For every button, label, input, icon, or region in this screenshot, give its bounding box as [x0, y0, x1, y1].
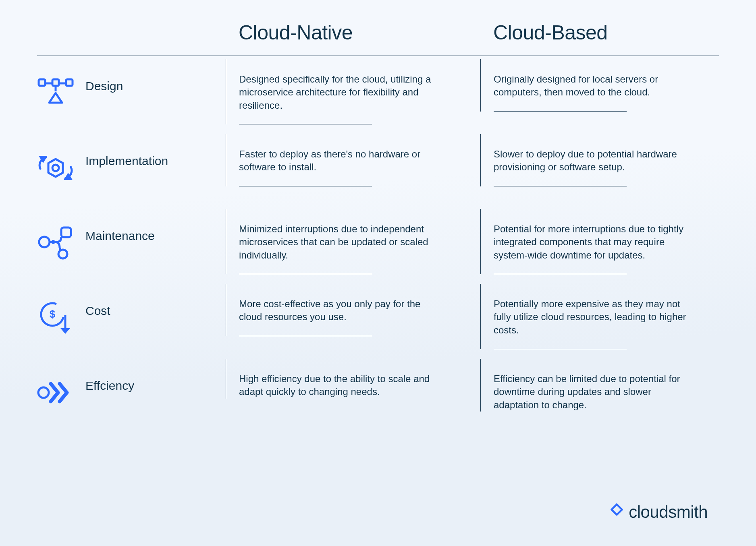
cell-based: Potentially more expensive as they may n… — [480, 284, 719, 349]
brand-text: cloudsmith — [629, 503, 708, 522]
brand-logo: cloudsmith — [605, 503, 708, 522]
cost-icon — [37, 299, 74, 336]
cell-text: More cost-effective as you only pay for … — [239, 298, 432, 324]
cell-divider — [239, 336, 372, 336]
cell-divider — [494, 111, 627, 112]
row-label: Cost — [85, 299, 110, 318]
table-row: Effciency High efficiency due to the abi… — [37, 359, 719, 434]
row-heading: Implementation — [37, 134, 210, 186]
table-row: Design Designed specifically for the clo… — [37, 59, 719, 134]
cell-divider — [239, 124, 372, 124]
row-heading: Design — [37, 59, 210, 112]
cell-based: Originally designed for local servers or… — [480, 59, 719, 112]
cell-divider — [239, 186, 372, 186]
table-header: Cloud-Native Cloud-Based — [37, 21, 719, 56]
cell-native: More cost-effective as you only pay for … — [226, 284, 464, 336]
cell-divider — [494, 186, 627, 186]
cell-native: High efficiency due to the ability to sc… — [226, 359, 464, 399]
cell-text: Designed specifically for the cloud, uti… — [239, 73, 432, 112]
row-heading: Cost — [37, 284, 210, 336]
cell-native: Minimized interruptions due to independe… — [226, 209, 464, 274]
microservices-icon — [37, 74, 74, 112]
cell-based: Slower to deploy due to potential hardwa… — [480, 134, 719, 186]
cell-text: Originally designed for local servers or… — [494, 73, 687, 99]
cell-text: High efficiency due to the ability to sc… — [239, 372, 432, 399]
row-label: Effciency — [85, 374, 134, 393]
column-header-based: Cloud-Based — [480, 21, 719, 44]
cell-text: Slower to deploy due to potential hardwa… — [494, 148, 687, 174]
cloudsmith-icon — [605, 503, 623, 521]
cell-based: Potential for more interruptions due to … — [480, 209, 719, 274]
efficiency-icon — [37, 374, 74, 411]
cell-native: Designed specifically for the cloud, uti… — [226, 59, 464, 124]
cycle-icon — [37, 149, 74, 186]
nodes-icon — [37, 224, 74, 261]
cell-text: Potential for more interruptions due to … — [494, 223, 687, 262]
table-row: Cost More cost-effective as you only pay… — [37, 284, 719, 359]
row-heading: Effciency — [37, 359, 210, 411]
table-row: Maintenance Minimized interruptions due … — [37, 209, 719, 284]
cell-text: Potentially more expensive as they may n… — [494, 298, 687, 337]
row-heading: Maintenance — [37, 209, 210, 261]
cell-text: Minimized interruptions due to independe… — [239, 223, 432, 262]
cell-divider — [494, 349, 627, 349]
row-label: Implementation — [85, 149, 168, 168]
row-label: Design — [85, 74, 123, 93]
table-row: Implementation Faster to deploy as there… — [37, 134, 719, 209]
column-header-native: Cloud-Native — [226, 21, 464, 44]
cell-native: Faster to deploy as there's no hardware … — [226, 134, 464, 186]
table-body: Design Designed specifically for the clo… — [37, 59, 719, 434]
svg-rect-0 — [612, 505, 622, 515]
row-label: Maintenance — [85, 224, 155, 243]
cell-divider — [494, 274, 627, 274]
comparison-table: Cloud-Native Cloud-Based Design Designed… — [0, 0, 756, 450]
cell-text: Faster to deploy as there's no hardware … — [239, 148, 432, 174]
cell-based: Efficiency can be limited due to potenti… — [480, 359, 719, 412]
cell-text: Efficiency can be limited due to potenti… — [494, 372, 687, 412]
cell-divider — [239, 274, 372, 274]
